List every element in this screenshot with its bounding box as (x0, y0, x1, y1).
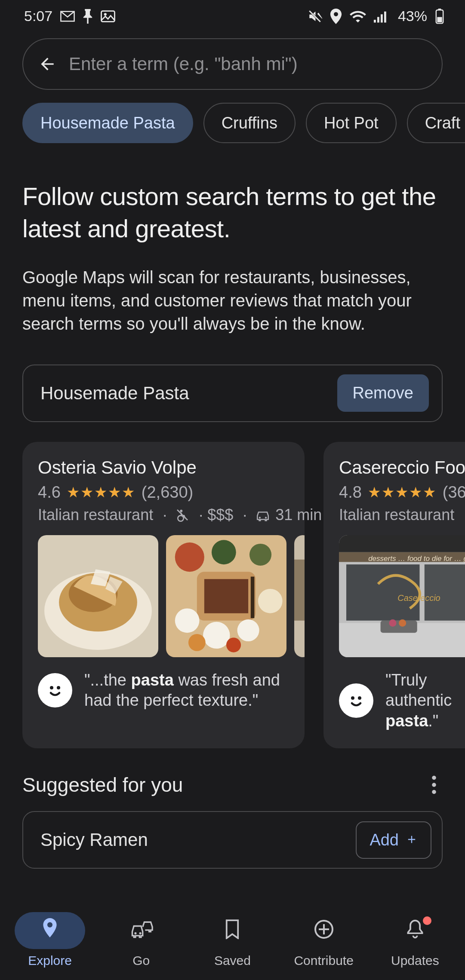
details-row: Italian restaurant $$$ 31 min (38, 506, 289, 524)
svg-rect-30 (251, 576, 255, 618)
svg-rect-23 (204, 579, 248, 613)
nav-contribute[interactable]: Contribute (289, 912, 359, 968)
back-arrow-icon[interactable] (38, 55, 57, 74)
add-label: Add (370, 831, 399, 849)
battery-percent: 43% (398, 8, 427, 24)
chip-scroller[interactable]: Housemade Pasta Cruffins Hot Pot Craft B… (0, 90, 465, 154)
place-photo[interactable]: desserts … food to die for … gourmet Cas… (339, 535, 465, 657)
rating-row: 4.6 ★★★★★ (2,630) (38, 483, 289, 502)
svg-point-48 (432, 776, 436, 780)
svg-text:desserts … food to die for … g: desserts … food to die for … gourmet (368, 554, 465, 562)
updates-icon (406, 919, 424, 943)
category: Italian restaurant (339, 506, 454, 524)
explore-icon (41, 918, 59, 943)
svg-point-26 (237, 619, 259, 641)
price-level: $$$ (194, 506, 233, 524)
svg-rect-36 (339, 535, 465, 552)
search-bar[interactable] (22, 38, 443, 90)
nav-label: Explore (28, 953, 72, 968)
followed-term-label: Housemade Pasta (40, 383, 189, 404)
review-snippet: "Truly authentic pasta." (323, 657, 465, 732)
svg-point-8 (178, 515, 184, 521)
svg-point-25 (203, 622, 230, 648)
chip-hot-pot[interactable]: Hot Pot (306, 103, 397, 143)
svg-rect-39 (346, 564, 419, 621)
nav-label: Saved (214, 953, 251, 968)
place-name: Osteria Savio Volpe (38, 457, 289, 478)
result-card[interactable]: Casereccio Foods 4.8 ★★★★★ (364) Italian… (323, 442, 465, 749)
place-photo[interactable] (166, 535, 286, 657)
overflow-menu-icon[interactable] (424, 775, 444, 794)
svg-rect-0 (102, 11, 115, 21)
svg-rect-40 (425, 564, 465, 621)
nav-go[interactable]: Go (106, 912, 176, 968)
nav-saved[interactable]: Saved (197, 912, 268, 968)
nav-label: Updates (391, 953, 439, 968)
wifi-icon (350, 10, 366, 23)
status-bar: 5:07 43% (0, 0, 465, 30)
star-icon: ★★★★★ (67, 484, 135, 501)
saved-icon (225, 919, 240, 942)
review-text: "Truly authentic pasta." (385, 670, 465, 732)
remove-button[interactable]: Remove (337, 374, 429, 412)
go-icon (129, 919, 153, 942)
suggested-header: Suggested for you (0, 769, 465, 811)
place-name: Casereccio Foods (339, 457, 465, 478)
search-input[interactable] (69, 54, 427, 74)
place-photo[interactable] (294, 535, 305, 657)
results-carousel[interactable]: Osteria Savio Volpe 4.6 ★★★★★ (2,630) It… (0, 422, 465, 769)
svg-point-20 (212, 540, 236, 564)
category: Italian restaurant (38, 506, 153, 524)
chip-cruffins[interactable]: Cruffins (203, 103, 296, 143)
status-time: 5:07 (24, 8, 52, 24)
result-card[interactable]: Osteria Savio Volpe 4.6 ★★★★★ (2,630) It… (22, 442, 305, 749)
svg-point-49 (432, 783, 436, 787)
review-count: (364) (443, 483, 465, 502)
photo-strip[interactable]: desserts … food to die for … gourmet Cas… (323, 524, 465, 657)
suggestion-term: Spicy Ramen (40, 830, 148, 850)
smiley-icon (339, 683, 373, 718)
svg-point-47 (358, 696, 361, 700)
svg-text:Casereccio: Casereccio (397, 593, 440, 603)
place-photo[interactable] (38, 535, 158, 657)
svg-rect-43 (381, 621, 417, 633)
svg-point-33 (50, 686, 53, 689)
mail-icon (60, 10, 75, 22)
chip-housemade-pasta[interactable]: Housemade Pasta (22, 103, 193, 143)
svg-rect-32 (294, 560, 305, 621)
no-wheelchair-icon (158, 506, 189, 524)
chip-craft-beer[interactable]: Craft Beer (407, 103, 465, 143)
photo-strip[interactable] (22, 524, 305, 657)
suggestion-card: Spicy Ramen Add (22, 811, 443, 869)
nav-updates[interactable]: Updates (380, 912, 450, 968)
hero-section: Follow custom search terms to get the la… (0, 154, 465, 341)
svg-point-1 (104, 13, 107, 15)
pin-icon (83, 9, 93, 24)
svg-point-52 (139, 932, 142, 934)
gallery-icon (101, 10, 115, 23)
rating-value: 4.6 (38, 483, 61, 502)
followed-term-card: Housemade Pasta Remove (22, 364, 443, 422)
notification-dot (423, 916, 431, 925)
rating-row: 4.8 ★★★★★ (364) (339, 483, 465, 502)
svg-rect-6 (437, 17, 442, 22)
car-icon (238, 506, 270, 524)
svg-point-7 (180, 510, 183, 512)
svg-point-44 (389, 619, 396, 627)
bottom-nav: Explore Go Saved Contribute (0, 906, 465, 980)
status-right: 43% (308, 8, 444, 24)
svg-point-45 (399, 619, 406, 627)
review-count: (2,630) (142, 483, 193, 502)
svg-point-34 (57, 686, 60, 689)
location-icon (330, 9, 342, 24)
svg-rect-5 (438, 9, 441, 10)
hero-subtitle: Google Maps will scan for restaurants, b… (22, 266, 443, 335)
add-button[interactable]: Add (356, 821, 431, 859)
cellular-icon (374, 10, 388, 23)
svg-point-28 (188, 634, 206, 651)
svg-point-10 (259, 517, 261, 518)
review-snippet: "...the pasta was fresh and had the perf… (22, 657, 305, 711)
review-text: "...the pasta was fresh and had the perf… (84, 670, 289, 711)
svg-point-21 (249, 544, 271, 566)
nav-explore[interactable]: Explore (15, 912, 85, 968)
